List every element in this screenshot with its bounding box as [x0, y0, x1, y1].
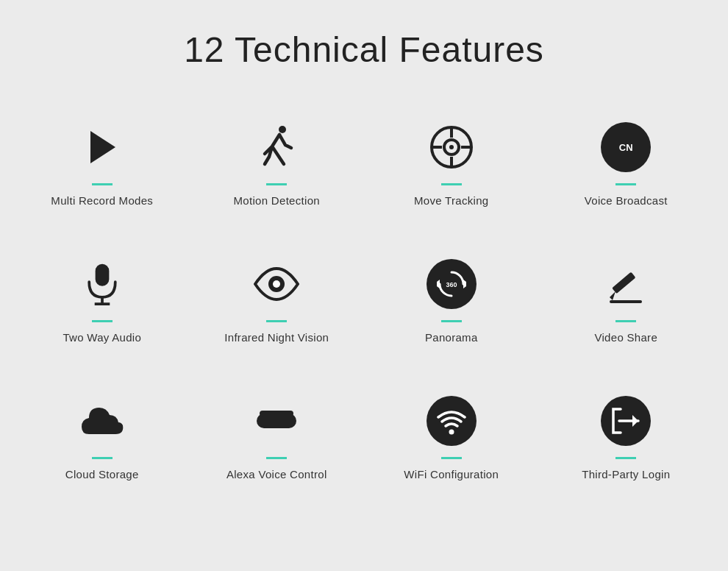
svg-point-13: [273, 280, 280, 288]
feature-third-party-login: Third-Party Login: [543, 380, 710, 503]
multi-record-modes-label: Multi Record Modes: [51, 194, 153, 207]
svg-point-1: [279, 126, 286, 133]
feature-video-share: Video Share: [543, 244, 710, 366]
login-icon: [601, 396, 651, 446]
cloud-icon: [79, 402, 126, 440]
person-running-icon: [257, 126, 296, 169]
motion-detection-divider: [266, 183, 287, 185]
feature-voice-broadcast: CN Voice Broadcast: [543, 107, 710, 229]
wifi-configuration-divider: [441, 457, 462, 459]
panorama-label: Panorama: [425, 331, 478, 344]
two-way-audio-label: Two Way Audio: [63, 331, 141, 344]
move-tracking-divider: [441, 183, 462, 185]
feature-move-tracking: Move Tracking: [368, 107, 535, 229]
svg-text:360: 360: [446, 281, 457, 288]
video-share-divider: [615, 320, 636, 322]
wifi-signal-icon: [437, 407, 466, 435]
third-party-login-divider: [615, 457, 636, 459]
video-share-icon-wrapper: [600, 258, 652, 310]
svg-rect-21: [260, 411, 293, 416]
feature-two-way-audio: Two Way Audio: [18, 244, 186, 366]
svg-point-22: [449, 430, 454, 435]
video-share-label: Video Share: [594, 331, 657, 344]
voice-broadcast-icon-wrapper: CN: [600, 121, 652, 173]
infrared-night-vision-divider: [266, 320, 287, 322]
cloud-storage-divider: [92, 457, 113, 459]
svg-rect-19: [610, 300, 642, 303]
alexa-voice-control-icon-wrapper: [251, 395, 302, 447]
feature-wifi-configuration: WiFi Configuration: [368, 380, 535, 503]
feature-multi-record-modes: Multi Record Modes: [18, 107, 186, 229]
panorama-360-icon: 360: [427, 259, 477, 309]
crosshair-icon: [430, 126, 473, 169]
features-grid: Multi Record Modes Motion Detection: [18, 107, 710, 503]
wifi-configuration-label: WiFi Configuration: [404, 468, 499, 480]
play-icon: [88, 130, 117, 165]
svg-marker-24: [632, 415, 638, 427]
move-tracking-label: Move Tracking: [414, 194, 488, 207]
wifi-configuration-icon-wrapper: [426, 395, 477, 447]
svg-rect-17: [612, 272, 635, 294]
feature-motion-detection: Motion Detection: [193, 107, 361, 229]
alexa-icon: [254, 403, 299, 439]
multi-record-modes-icon-wrapper: [76, 121, 128, 173]
cn-circle-icon: CN: [601, 122, 651, 172]
multi-record-modes-divider: [92, 183, 113, 185]
microphone-icon: [85, 263, 119, 305]
voice-broadcast-divider: [615, 183, 636, 185]
cloud-storage-icon-wrapper: [76, 395, 128, 447]
alexa-voice-control-divider: [266, 457, 287, 459]
360-icon: 360: [437, 269, 466, 299]
cloud-storage-label: Cloud Storage: [65, 468, 139, 480]
motion-detection-icon-wrapper: [251, 121, 302, 173]
two-way-audio-divider: [92, 320, 113, 322]
panorama-divider: [441, 320, 462, 322]
svg-marker-18: [610, 291, 615, 300]
third-party-login-label: Third-Party Login: [582, 468, 670, 480]
two-way-audio-icon-wrapper: [76, 258, 128, 310]
alexa-voice-control-label: Alexa Voice Control: [226, 468, 327, 480]
feature-alexa-voice-control: Alexa Voice Control: [193, 380, 361, 503]
feature-infrared-night-vision: Infrared Night Vision: [193, 244, 361, 366]
login-arrow-icon: [610, 406, 641, 436]
svg-marker-15: [437, 280, 440, 288]
svg-marker-0: [90, 131, 115, 163]
feature-cloud-storage: Cloud Storage: [18, 380, 186, 503]
feature-panorama: 360 Panorama: [368, 244, 535, 366]
svg-marker-14: [463, 280, 466, 288]
infrared-night-vision-icon-wrapper: [251, 258, 302, 310]
third-party-login-icon-wrapper: [600, 395, 652, 447]
page-title: 12 Technical Features: [184, 29, 544, 70]
edit-share-icon: [605, 263, 646, 305]
infrared-night-vision-label: Infrared Night Vision: [224, 331, 329, 344]
wifi-icon: [427, 396, 477, 446]
panorama-icon-wrapper: 360: [426, 258, 477, 310]
svg-rect-9: [95, 264, 109, 286]
move-tracking-icon-wrapper: [426, 121, 477, 173]
motion-detection-label: Motion Detection: [234, 194, 320, 207]
voice-broadcast-label: Voice Broadcast: [585, 194, 668, 207]
eye-icon: [254, 266, 299, 302]
svg-point-4: [449, 145, 454, 149]
